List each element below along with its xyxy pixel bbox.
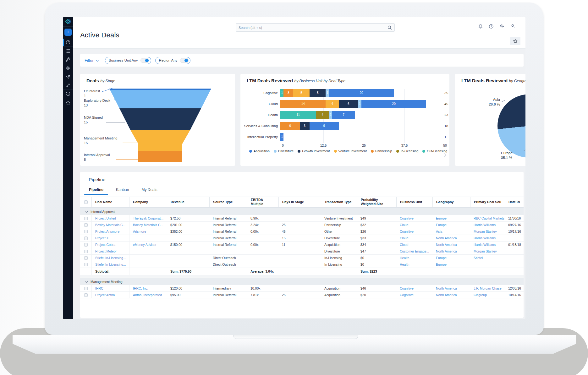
row-checkbox[interactable] <box>84 230 88 233</box>
sidebar-item-lists[interactable] <box>63 47 73 55</box>
link-pds[interactable]: Harris Williams <box>474 243 496 247</box>
link-geo[interactable]: Asia <box>436 230 442 233</box>
carousel-next-icon[interactable] <box>442 153 446 157</box>
group-header-row[interactable]: Internal Approval <box>80 208 524 215</box>
user-profile-icon[interactable] <box>510 24 515 29</box>
link-bu[interactable]: Health <box>400 263 409 266</box>
link-deal[interactable]: Project Arismore <box>95 230 119 233</box>
link-pds[interactable]: RBC Capital Markets <box>474 216 504 220</box>
link-bu[interactable]: Customer Engage... <box>400 249 429 253</box>
tab-pipeline[interactable]: Pipeline <box>89 188 103 195</box>
link-geo[interactable]: North America <box>436 236 457 240</box>
row-checkbox[interactable] <box>84 236 88 240</box>
link-bu[interactable]: Cognitive <box>400 286 414 290</box>
row-checkbox[interactable] <box>84 217 88 220</box>
tab-my-deals[interactable]: My Deals <box>141 188 157 195</box>
search-icon[interactable] <box>387 25 392 30</box>
column-header[interactable]: Company <box>129 197 167 207</box>
link-geo[interactable]: Europe <box>436 216 447 220</box>
link-bu[interactable]: Cloud <box>400 236 408 240</box>
row-checkbox[interactable] <box>84 250 88 253</box>
search-input[interactable] <box>239 26 387 30</box>
row-checkbox[interactable] <box>84 287 88 290</box>
link-deal[interactable]: Project Cobra <box>95 243 115 247</box>
sidebar-item-tools[interactable] <box>63 55 73 64</box>
link-company[interactable]: IHRC, Inc. <box>133 286 148 290</box>
row-checkbox[interactable] <box>84 223 88 227</box>
row-checkbox[interactable] <box>84 263 88 266</box>
column-header[interactable]: Date Received <box>505 197 524 207</box>
column-header[interactable]: Deal Name <box>91 197 129 207</box>
link-geo[interactable]: North America <box>436 293 457 297</box>
column-header[interactable]: Geography <box>432 197 470 207</box>
link-company[interactable]: The Eyak Corporat... <box>133 216 163 220</box>
link-bu[interactable]: Health <box>400 256 409 260</box>
link-geo[interactable]: Europe <box>436 256 447 260</box>
link-bu[interactable]: Cognitive <box>400 293 414 297</box>
group-header-row[interactable]: Management Meeting <box>80 278 524 285</box>
filter-pill[interactable]: Region Any <box>155 57 191 64</box>
link-bu[interactable]: Cognitive <box>400 230 414 233</box>
row-checkbox[interactable] <box>84 293 88 297</box>
link-pds[interactable]: J.P. Morgan Chase <box>474 286 502 290</box>
column-header[interactable]: Transaction Type <box>321 197 357 207</box>
link-pds[interactable]: Stiefel <box>474 256 483 260</box>
link-pds[interactable]: Citigroup <box>474 293 487 297</box>
column-header[interactable]: Revenue <box>167 197 209 207</box>
link-bu[interactable]: Cognitive <box>400 216 414 220</box>
link-bu[interactable]: Cloud <box>400 243 408 247</box>
link-pds[interactable]: Morgan Stanley <box>474 249 497 253</box>
help-icon[interactable]: ? <box>488 24 494 29</box>
link-deal[interactable]: Project Ahtna <box>95 293 115 297</box>
link-geo[interactable]: Europe <box>436 223 447 227</box>
row-checkbox[interactable] <box>84 256 88 260</box>
link-deal[interactable]: Boxley Materials C... <box>95 223 125 227</box>
filter-toggle[interactable] <box>140 58 149 63</box>
link-company[interactable]: eMoney Advisor <box>133 243 157 247</box>
sidebar-item-dashboard[interactable] <box>63 38 73 46</box>
notifications-bell-icon[interactable] <box>478 24 483 29</box>
filter-dropdown[interactable]: Filter <box>85 58 98 63</box>
link-deal[interactable]: Project Meteor <box>95 249 117 253</box>
favorite-page-button[interactable] <box>510 37 520 45</box>
link-pds[interactable]: Morgan Stanley <box>474 230 497 233</box>
link-geo[interactable]: Europe <box>436 263 447 266</box>
sidebar-item-settings[interactable] <box>63 64 73 72</box>
link-geo[interactable]: North America <box>436 286 457 290</box>
link-company[interactable]: Arismore <box>133 230 146 233</box>
filter-toggle[interactable] <box>180 58 189 63</box>
sidebar-item-edit[interactable] <box>63 81 73 89</box>
link-deal[interactable]: IHRC <box>95 286 103 290</box>
settings-gear-icon[interactable] <box>499 24 504 29</box>
link-deal[interactable]: Project X <box>95 236 109 240</box>
column-header[interactable]: Probability Weighted Size <box>357 197 396 207</box>
link-bu[interactable]: Cloud <box>400 223 408 227</box>
link-pds[interactable]: Harris Williams <box>474 236 496 240</box>
select-all-checkbox[interactable] <box>84 200 88 204</box>
link-deal[interactable]: Project United <box>95 216 116 220</box>
subtotal-ebitda: Average: 3.04x <box>247 268 278 275</box>
filter-pill[interactable]: Business Unit Any <box>105 57 151 64</box>
link-pds[interactable]: Harris Williams <box>474 223 496 227</box>
link-company[interactable]: Boxley Materials C... <box>133 223 163 227</box>
row-checkbox[interactable] <box>84 243 88 247</box>
chevron-down-icon[interactable] <box>85 209 88 213</box>
column-header[interactable]: Source Type <box>209 197 247 207</box>
link-company[interactable]: Ahtna, Incorporated <box>133 293 162 297</box>
link-deal[interactable]: Stiefel In-Licensing... <box>95 256 126 260</box>
link-geo[interactable]: North America <box>436 249 457 253</box>
new-item-button[interactable]: + <box>64 29 72 36</box>
chevron-down-icon[interactable] <box>85 280 88 283</box>
sidebar-item-send[interactable] <box>63 72 73 81</box>
column-header[interactable]: Business Unit <box>396 197 432 207</box>
column-header[interactable]: Days in Stage <box>278 197 321 207</box>
sidebar-item-history[interactable] <box>63 90 73 98</box>
funnel-stage-label: Management Meeting <box>84 136 117 140</box>
link-geo[interactable]: North America <box>436 243 457 247</box>
app-logo[interactable] <box>63 17 73 27</box>
link-deal[interactable]: Stiefel In-Licensing... <box>95 263 126 266</box>
tab-kanban[interactable]: Kanban <box>116 188 129 195</box>
column-header[interactable]: Primary Deal Source <box>470 197 505 207</box>
sidebar-item-favorites[interactable] <box>63 98 73 107</box>
column-header[interactable]: EBITDA Multiple <box>247 197 278 207</box>
